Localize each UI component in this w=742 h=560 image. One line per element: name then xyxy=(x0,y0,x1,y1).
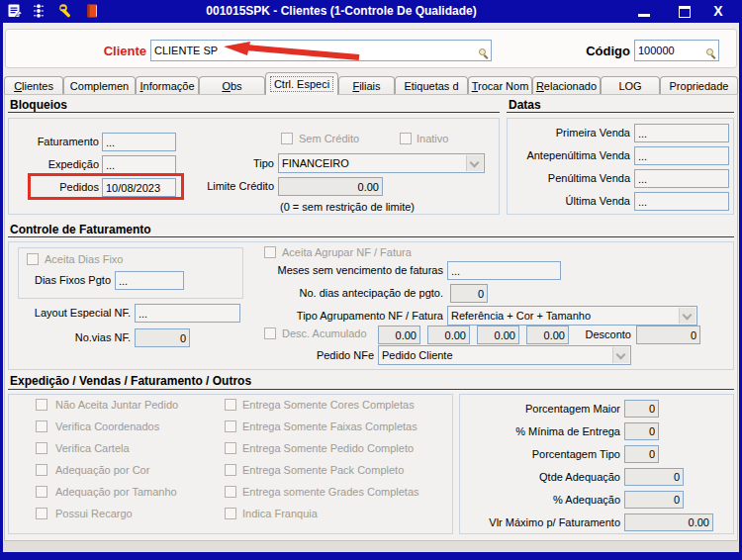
sem-credito-label: Sem Crédito xyxy=(299,133,359,145)
close-icon: X xyxy=(713,3,722,20)
porcentagem-maior-label: Porcentagem Maior xyxy=(461,400,620,419)
faturamento-field[interactable]: ... xyxy=(102,133,176,151)
faturamento-label: Faturamento xyxy=(10,133,99,151)
desc-acumulado-label: Desc. Acumulado xyxy=(282,327,367,340)
close-button[interactable]: X xyxy=(708,3,728,20)
book-icon[interactable] xyxy=(84,3,100,19)
vlr-maximo-field[interactable]: 0.00 xyxy=(624,513,713,531)
maximize-button[interactable] xyxy=(675,3,695,20)
checkbox-label: Não Aceita Juntar Pedido xyxy=(55,399,178,412)
pedido-nfe-label: Pedido NFe xyxy=(295,345,374,365)
tipo-label: Tipo xyxy=(215,153,274,173)
checkbox-label: Verifica Coordenados xyxy=(55,420,159,433)
verifica-cartela-checkbox[interactable] xyxy=(36,442,47,454)
traffic-light-icon[interactable] xyxy=(31,3,46,19)
limite-credito-label: Limite Crédito xyxy=(175,177,274,196)
desc-acumulado-field-2[interactable]: 0.00 xyxy=(427,326,470,344)
entrega-pack-completo-checkbox[interactable] xyxy=(225,464,236,476)
tab-clientes[interactable]: Clientes xyxy=(4,76,63,94)
datas-rule xyxy=(507,112,734,113)
qtde-adequacao-label: Qtde Adequação xyxy=(461,468,620,487)
indica-franquia-checkbox[interactable] xyxy=(225,508,236,519)
desc-acumulado-field-1[interactable]: 0.00 xyxy=(378,326,420,344)
penultima-venda-field[interactable]: ... xyxy=(634,169,729,188)
tab-trocar-nome[interactable]: Trocar Nom xyxy=(468,76,532,94)
no-vias-field[interactable]: 0 xyxy=(135,328,190,347)
entrega-cores-completas-checkbox[interactable] xyxy=(225,399,236,411)
tab-filiais[interactable]: Filiais xyxy=(338,76,395,94)
limite-credito-field[interactable]: 0.00 xyxy=(278,177,383,196)
checkbox-label: Entrega Somente Faixas Completas xyxy=(242,420,417,433)
possui-recargo-checkbox[interactable] xyxy=(36,508,47,519)
checkbox-label: Indica Franquia xyxy=(242,508,318,520)
expedicao-field[interactable]: ... xyxy=(102,155,176,174)
tab-obs[interactable]: Obs xyxy=(199,76,265,94)
cliente-label: Cliente xyxy=(57,41,146,62)
form-icon[interactable] xyxy=(7,3,23,19)
adequacao-por-tamanho-checkbox[interactable] xyxy=(36,486,47,498)
window-border-left xyxy=(0,23,3,560)
tab-propriedade[interactable]: Propriedade xyxy=(660,76,738,94)
tab-relacionado[interactable]: Relacionado xyxy=(532,76,601,94)
pct-adequacao-field[interactable]: 0 xyxy=(624,491,684,509)
tab-informacoes[interactable]: Informaçõe xyxy=(136,76,199,94)
no-vias-label: No.vias NF. xyxy=(30,328,131,347)
red-box-annotation xyxy=(28,173,184,200)
entrega-faixas-completas-checkbox[interactable] xyxy=(225,420,236,432)
qtde-adequacao-field[interactable]: 0 xyxy=(624,468,684,486)
verifica-coordenados-checkbox[interactable] xyxy=(36,420,47,432)
penultima-venda-label: Penúltima Venda xyxy=(509,169,630,188)
primeira-venda-field[interactable]: ... xyxy=(634,124,729,142)
app-window: 001015SPK - Clientes (1-Controle De Qual… xyxy=(0,0,742,560)
sem-credito-checkbox[interactable] xyxy=(281,133,293,144)
minima-entrega-label: % Mínima de Entrega xyxy=(461,422,620,441)
chevron-down-icon[interactable] xyxy=(679,308,696,324)
aceita-dias-fixo-checkbox[interactable] xyxy=(27,253,39,265)
entrega-pedido-completo-checkbox[interactable] xyxy=(225,442,236,454)
aceita-agrupar-label: Aceita Agrupar NF / Fatura xyxy=(282,246,412,259)
porcentagem-maior-field[interactable]: 0 xyxy=(624,400,659,418)
window-footer-strip xyxy=(0,541,742,552)
tipo-agrupamento-select[interactable]: Referência + Cor + Tamanho xyxy=(447,306,697,326)
dias-fixos-pgto-field[interactable]: ... xyxy=(115,271,184,290)
title-bar: 001015SPK - Clientes (1-Controle De Qual… xyxy=(0,0,742,23)
window-title: 001015SPK - Clientes (1-Controle De Qual… xyxy=(99,0,584,23)
tipo-select[interactable]: FINANCEIRO xyxy=(278,153,485,173)
chevron-down-icon[interactable] xyxy=(612,347,629,363)
ultima-venda-field[interactable]: ... xyxy=(634,192,729,211)
tab-complemento[interactable]: Complemen xyxy=(63,76,136,94)
dias-fixos-pgto-label: Dias Fixos Pgto xyxy=(30,271,111,290)
inativo-label: Inativo xyxy=(417,133,448,145)
checkbox-label: Entrega Somente Pack Completo xyxy=(242,464,404,477)
aceita-agrupar-checkbox[interactable] xyxy=(264,246,276,258)
antepenultima-venda-field[interactable]: ... xyxy=(634,146,729,165)
expedicao-outros-title: Expedição / Vendas / Faturamento / Outro… xyxy=(10,374,251,388)
minima-entrega-field[interactable]: 0 xyxy=(624,422,659,440)
desconto-field[interactable]: 0 xyxy=(636,326,700,344)
codigo-search-icon[interactable] xyxy=(706,48,716,58)
wrench-icon[interactable] xyxy=(58,3,74,19)
pedido-nfe-select[interactable]: Pedido Cliente xyxy=(378,345,631,365)
entrega-grades-completas-checkbox[interactable] xyxy=(225,486,236,498)
tab-log[interactable]: LOG xyxy=(601,76,660,94)
tab-ctrl-especial[interactable]: Ctrl. Especi xyxy=(265,72,338,95)
cliente-search-icon[interactable] xyxy=(479,48,489,58)
checkbox-label: Possui Recargo xyxy=(55,508,133,520)
codigo-input[interactable]: 100000 xyxy=(634,40,719,61)
minimize-button[interactable] xyxy=(634,3,654,20)
expedicao-label: Expedição xyxy=(10,155,99,174)
checkbox-label: Entrega somente Grades Completas xyxy=(242,486,419,499)
checkbox-label: Adequação por Cor xyxy=(55,464,149,477)
nao-aceita-juntar-pedido-checkbox[interactable] xyxy=(36,399,47,411)
meses-sem-vencimento-field[interactable]: ... xyxy=(447,261,561,280)
adequacao-por-cor-checkbox[interactable] xyxy=(36,464,47,476)
tab-etiquetas[interactable]: Etiquetas d xyxy=(395,76,468,94)
inativo-checkbox[interactable] xyxy=(400,133,412,144)
desc-acumulado-checkbox[interactable] xyxy=(264,327,276,339)
porcentagem-tipo-field[interactable]: 0 xyxy=(624,445,659,463)
layout-especial-field[interactable]: ... xyxy=(135,304,240,323)
dias-antecipacao-field[interactable]: 0 xyxy=(450,284,488,303)
desc-acumulado-field-3[interactable]: 0.00 xyxy=(477,326,519,344)
checkbox-label: Adequação por Tamanho xyxy=(55,486,177,499)
chevron-down-icon[interactable] xyxy=(466,155,483,171)
